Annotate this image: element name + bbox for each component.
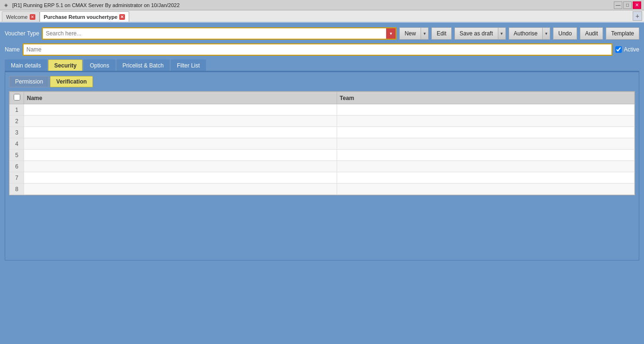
row-team-cell[interactable] bbox=[337, 161, 634, 172]
row-name-cell[interactable] bbox=[24, 104, 337, 116]
nav-tab-pricelist-batch-label: Pricelist & Batch bbox=[123, 62, 164, 69]
row-team-cell[interactable] bbox=[337, 184, 634, 195]
table-row: 8 bbox=[10, 184, 635, 195]
row-team-cell[interactable] bbox=[337, 127, 634, 138]
search-input[interactable] bbox=[43, 30, 386, 37]
nav-tab-filter-list-label: Filter List bbox=[177, 62, 200, 69]
data-table: Name Team 1 2 3 4 5 bbox=[9, 92, 635, 195]
content-panel: Permission Verification Name Team bbox=[5, 72, 639, 260]
tab-purchase-return-close[interactable]: ✕ bbox=[119, 14, 125, 20]
tab-purchase-return[interactable]: Purchase Return vouchertype ✕ bbox=[40, 11, 130, 22]
name-input[interactable] bbox=[23, 43, 612, 56]
close-button[interactable]: ✕ bbox=[633, 1, 641, 9]
authorise-button-group: Authorise ▼ bbox=[509, 27, 551, 40]
row-number: 2 bbox=[10, 116, 24, 127]
title-text: [R1] Running ERP 5.1 on CMAX Server By a… bbox=[12, 2, 180, 8]
row-number: 4 bbox=[10, 138, 24, 150]
row-number: 1 bbox=[10, 104, 24, 116]
col-header-team: Team bbox=[337, 92, 634, 104]
minimize-button[interactable]: — bbox=[614, 1, 622, 9]
nav-tabs: Main details Security Options Pricelist … bbox=[5, 59, 639, 72]
authorise-button[interactable]: Authorise bbox=[509, 27, 543, 40]
table-body: 1 2 3 4 5 6 7 8 bbox=[10, 104, 635, 195]
name-row: Name Active bbox=[5, 43, 639, 56]
nav-tab-main-details[interactable]: Main details bbox=[5, 59, 47, 71]
tab-bar: Welcome ✕ Purchase Return vouchertype ✕ … bbox=[0, 10, 644, 23]
table-row: 3 bbox=[10, 127, 635, 138]
name-label: Name bbox=[5, 46, 20, 53]
title-controls: — □ ✕ bbox=[614, 1, 641, 9]
row-name-cell[interactable] bbox=[24, 161, 337, 172]
new-button-group: New ▼ bbox=[399, 27, 429, 40]
new-button[interactable]: New bbox=[399, 27, 421, 40]
row-team-cell[interactable] bbox=[337, 104, 634, 116]
data-table-container: Name Team 1 2 3 4 5 bbox=[9, 91, 635, 195]
select-all-checkbox[interactable] bbox=[14, 94, 20, 101]
voucher-type-label: Voucher Type bbox=[5, 30, 39, 37]
title-bar-left: ◈ [R1] Running ERP 5.1 on CMAX Server By… bbox=[3, 2, 180, 8]
col-header-checkbox bbox=[10, 92, 24, 104]
nav-tab-security-label: Security bbox=[54, 62, 76, 69]
sub-tab-verification-label: Verification bbox=[56, 78, 87, 85]
add-tab-button[interactable]: + bbox=[633, 11, 642, 21]
search-dropdown-button[interactable]: ▼ bbox=[386, 28, 396, 39]
row-name-cell[interactable] bbox=[24, 127, 337, 138]
row-team-cell[interactable] bbox=[337, 116, 634, 127]
title-bar: ◈ [R1] Running ERP 5.1 on CMAX Server By… bbox=[0, 0, 644, 10]
new-dropdown-button[interactable]: ▼ bbox=[421, 27, 429, 40]
tab-purchase-return-label: Purchase Return vouchertype bbox=[44, 14, 118, 20]
sub-tabs: Permission Verification bbox=[9, 76, 635, 87]
table-row: 6 bbox=[10, 161, 635, 172]
nav-tab-options[interactable]: Options bbox=[83, 59, 115, 71]
audit-button[interactable]: Audit bbox=[580, 27, 603, 40]
row-team-cell[interactable] bbox=[337, 172, 634, 184]
sub-tab-permission-label: Permission bbox=[15, 78, 43, 85]
nav-tab-options-label: Options bbox=[90, 62, 109, 69]
toolbar: Voucher Type ▼ New ▼ Edit Save as draft … bbox=[5, 27, 639, 40]
save-as-draft-button-group: Save as draft ▼ bbox=[454, 27, 506, 40]
sub-tab-permission[interactable]: Permission bbox=[9, 76, 49, 87]
row-name-cell[interactable] bbox=[24, 184, 337, 195]
tab-welcome-close[interactable]: ✕ bbox=[30, 14, 35, 20]
row-team-cell[interactable] bbox=[337, 138, 634, 150]
search-container: ▼ bbox=[42, 27, 396, 40]
nav-tab-pricelist-batch[interactable]: Pricelist & Batch bbox=[116, 59, 170, 71]
template-button[interactable]: Template bbox=[606, 27, 639, 40]
main-content: Voucher Type ▼ New ▼ Edit Save as draft … bbox=[0, 23, 644, 265]
table-scroll-wrapper[interactable]: Name Team 1 2 3 4 5 bbox=[9, 92, 635, 195]
row-number: 5 bbox=[10, 150, 24, 161]
row-name-cell[interactable] bbox=[24, 150, 337, 161]
app-icon: ◈ bbox=[3, 2, 9, 8]
save-as-draft-dropdown-button[interactable]: ▼ bbox=[498, 27, 506, 40]
row-name-cell[interactable] bbox=[24, 116, 337, 127]
maximize-button[interactable]: □ bbox=[623, 1, 632, 9]
nav-tab-security[interactable]: Security bbox=[48, 59, 83, 71]
table-row: 5 bbox=[10, 150, 635, 161]
nav-tab-filter-list[interactable]: Filter List bbox=[171, 59, 206, 71]
sub-tab-verification[interactable]: Verification bbox=[50, 76, 93, 87]
table-row: 2 bbox=[10, 116, 635, 127]
row-number: 7 bbox=[10, 172, 24, 184]
undo-button[interactable]: Undo bbox=[553, 27, 577, 40]
row-number: 6 bbox=[10, 161, 24, 172]
col-header-name: Name bbox=[24, 92, 337, 104]
active-checkbox[interactable] bbox=[615, 46, 622, 53]
tab-welcome-label: Welcome bbox=[6, 14, 28, 20]
table-row: 1 bbox=[10, 104, 635, 116]
save-as-draft-button[interactable]: Save as draft bbox=[454, 27, 498, 40]
row-team-cell[interactable] bbox=[337, 150, 634, 161]
authorise-dropdown-button[interactable]: ▼ bbox=[543, 27, 550, 40]
active-container: Active bbox=[615, 46, 639, 53]
tab-welcome[interactable]: Welcome ✕ bbox=[2, 11, 40, 22]
active-label: Active bbox=[624, 46, 639, 53]
row-number: 8 bbox=[10, 184, 24, 195]
row-number: 3 bbox=[10, 127, 24, 138]
table-row: 4 bbox=[10, 138, 635, 150]
row-name-cell[interactable] bbox=[24, 172, 337, 184]
table-row: 7 bbox=[10, 172, 635, 184]
row-name-cell[interactable] bbox=[24, 138, 337, 150]
nav-tab-main-details-label: Main details bbox=[11, 62, 41, 69]
edit-button[interactable]: Edit bbox=[431, 27, 452, 40]
